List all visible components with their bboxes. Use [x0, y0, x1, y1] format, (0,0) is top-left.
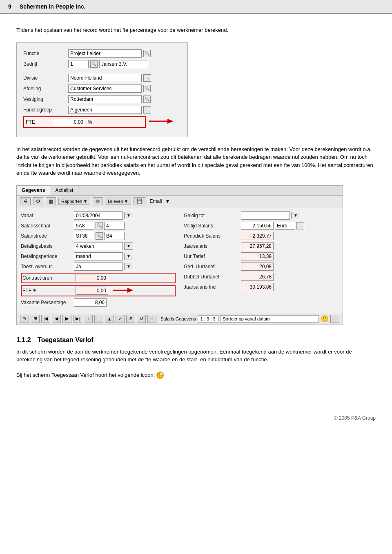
input-vestiging[interactable] [68, 95, 142, 103]
foot-btn-sort[interactable]: ≡ [147, 315, 156, 323]
foot-btn-grid[interactable]: ⊞ [31, 315, 40, 323]
salary-tabs: Gegevens Actielijst [17, 186, 343, 196]
foot-btn-first[interactable]: |◀ [41, 315, 50, 323]
foot-btn-next[interactable]: ▶ [62, 315, 71, 323]
input-periodiek-salaris[interactable] [241, 232, 274, 240]
sal-row-geldig-tot: Geldig tot ▼ [184, 211, 339, 220]
input-afdeling[interactable] [68, 85, 142, 93]
dots-voltijd-btn[interactable]: ··· [296, 222, 304, 229]
toolbar-save-btn[interactable]: 💾 [134, 197, 145, 205]
lookup-vestiging-btn[interactable]: 🔍 [143, 96, 151, 103]
input-vanaf[interactable] [74, 211, 123, 220]
foot-btn-check[interactable]: ✓ [116, 315, 125, 323]
toolbar-table-btn[interactable]: ▦ [46, 197, 56, 205]
foot-btn-add[interactable]: + [84, 315, 93, 323]
envelope-icon: ✉ [96, 198, 100, 204]
sal-row-contract-uren: Contract uren [21, 273, 176, 283]
input-salarisschaal-num[interactable] [104, 222, 125, 230]
section-112-para2: Bij het scherm Toegestaan Verlof hoort h… [16, 371, 376, 379]
label-betalingsbasis: Betalingsbasis [21, 243, 74, 249]
dropdown-geldig-tot-btn[interactable]: ▼ [291, 212, 300, 219]
label-betalingsperiode: Betalingsperiode [21, 254, 74, 259]
sal-row-betalingsperiode: Betalingsperiode ▼ [21, 252, 176, 260]
sal-row-salarisschaal: Salarisschaal 🔍 [21, 222, 176, 230]
field-vanaf: ▼ [74, 211, 133, 220]
salary-footer: ✎ ⊞ |◀ ◀ ▶ ▶| + − ▲ ✓ ✗ ↺ ≡ Salaris Gege… [17, 313, 343, 325]
red-arrow-indicator [149, 117, 174, 127]
input-fte[interactable] [53, 118, 85, 126]
foot-btn-refresh[interactable]: ↺ [137, 315, 146, 323]
sal-row-uur-tarief: Uur Tarief [184, 252, 339, 260]
field-ged-uurtarief [241, 263, 274, 271]
svg-marker-3 [127, 288, 133, 293]
intro-paragraph: Tijdens het opslaan van het record wordt… [16, 26, 376, 34]
toolbar-rapporten-btn[interactable]: Rapporten ▼ [58, 198, 90, 205]
sal-row-betalingsbasis: Betalingsbasis ▼ [21, 242, 176, 250]
field-divisie: ··· [68, 74, 151, 82]
field-voltijd-salaris: ··· [241, 222, 304, 230]
input-contract-uren[interactable] [76, 274, 108, 282]
input-divisie[interactable] [68, 74, 142, 82]
field-vakantie [74, 298, 107, 307]
sal-row-vakantie: Vakantie Percentage [21, 298, 176, 307]
input-bedrijf-name[interactable] [99, 60, 148, 68]
lookup-bedrijf-btn[interactable]: 🔍 [90, 60, 98, 68]
input-uur-tarief[interactable] [241, 252, 274, 260]
input-salaristrede-code[interactable] [74, 232, 94, 240]
foot-btn-minus[interactable]: − [94, 315, 103, 323]
lookup-afdeling-btn[interactable]: 🔍 [143, 85, 151, 92]
input-geldig-tot[interactable] [241, 211, 290, 220]
svg-marker-1 [167, 119, 174, 124]
field-afdeling: 🔍 [68, 85, 151, 93]
input-functie[interactable] [68, 49, 142, 58]
tab-gegevens[interactable]: Gegevens [17, 186, 50, 195]
toolbar-envelope-btn[interactable]: ✉ [93, 197, 102, 205]
foot-btn-edit[interactable]: ✎ [20, 315, 29, 323]
input-toest-overuur[interactable] [74, 263, 123, 271]
tab-actielijst[interactable]: Actielijst [50, 186, 78, 195]
sal-row-toest-overuur: Toest. overuur. ▼ [21, 263, 176, 271]
brieven-label: Brieven [108, 199, 123, 204]
lookup-salarisschaal-btn[interactable]: 🔍 [96, 222, 103, 229]
input-vakantie[interactable] [74, 298, 107, 307]
toolbar-print-btn[interactable]: 🖨 [20, 197, 31, 205]
dropdown-toest-overuur-btn[interactable]: ▼ [124, 263, 133, 270]
salary-toolbar: 🖨 ⚙ ▦ Rapporten ▼ ✉ Brieven ▼ 💾 Email [17, 196, 343, 207]
input-betalingsperiode[interactable] [74, 252, 123, 260]
foot-btn-up[interactable]: ▲ [105, 315, 114, 323]
dropdown-betalingsbasis-btn[interactable]: ▼ [124, 243, 133, 250]
dropdown-vanaf-btn[interactable]: ▼ [124, 212, 133, 219]
field-salarisschaal: 🔍 [74, 222, 125, 230]
input-bedrijf-id[interactable] [68, 60, 89, 68]
sal-row-jaarsalaris: Jaarsalaris [184, 242, 339, 250]
dropdown-betalingsperiode-btn[interactable]: ▼ [124, 253, 133, 260]
foot-btn-prev[interactable]: ◀ [52, 315, 61, 323]
input-betalingsbasis[interactable] [74, 242, 123, 250]
form-row-functiegroep: Functiegroep ··· [23, 106, 181, 114]
dots-functiegroep-btn[interactable]: ··· [143, 106, 151, 113]
input-voltijd-salaris[interactable] [241, 222, 274, 230]
input-jaarsalaris-incl[interactable] [241, 283, 274, 291]
label-fte-pct: FTE % [22, 288, 76, 294]
dots-divisie-btn[interactable]: ··· [143, 74, 151, 82]
foot-btn-last[interactable]: ▶| [73, 315, 82, 323]
field-betalingsbasis: ▼ [74, 242, 133, 250]
label-toest-overuur: Toest. overuur. [21, 264, 74, 269]
print-icon: 🖨 [23, 198, 28, 204]
toolbar-brieven-btn[interactable]: Brieven ▼ [105, 198, 131, 205]
input-dubbel-uurtarief[interactable] [241, 273, 274, 281]
input-salaristrede-num[interactable] [104, 232, 125, 240]
input-salarisschaal-code[interactable] [74, 222, 94, 230]
input-currency[interactable] [275, 222, 295, 230]
foot-btn-cross[interactable]: ✗ [126, 315, 135, 323]
brieven-arrow: ▼ [124, 199, 129, 204]
lookup-functie-btn[interactable]: 🔍 [143, 50, 151, 57]
input-fte-pct[interactable] [76, 287, 108, 295]
lookup-salaristrede-btn[interactable]: 🔍 [96, 232, 103, 240]
foot-btn-extra[interactable]: · [330, 315, 339, 323]
input-jaarsalaris[interactable] [241, 242, 274, 250]
input-functiegroep[interactable] [68, 106, 142, 114]
toolbar-settings-btn[interactable]: ⚙ [33, 197, 43, 205]
label-ged-uurtarief: Ged. Uurtarief [184, 264, 241, 269]
input-ged-uurtarief[interactable] [241, 263, 274, 271]
